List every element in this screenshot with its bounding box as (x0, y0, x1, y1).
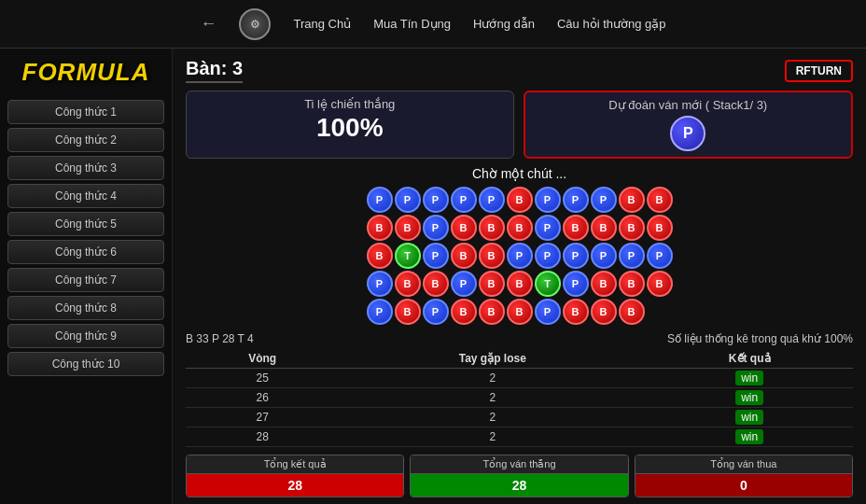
sum-thang-label: Tổng ván thắng (411, 455, 627, 474)
bead-cell: T (535, 271, 561, 297)
sidebar-btn-4[interactable]: Công thức 4 (7, 184, 164, 208)
bead-cell: P (423, 243, 449, 269)
bead-cell: P (591, 243, 617, 269)
sidebar: FORMULA Công thức 1 Công thức 2 Công thứ… (0, 49, 173, 504)
cell-result: win (646, 408, 853, 427)
bead-cell: B (395, 215, 421, 241)
bead-cell: B (479, 271, 505, 297)
table-row: 272win (186, 408, 853, 427)
summary-section: Tổng kết quả 28 Tổng ván thắng 28 Tổng v… (186, 455, 853, 497)
bead-cell: P (591, 187, 617, 213)
bead-cell: B (479, 299, 505, 325)
data-table: Vòng Tay gặp lose Kết quả 252win262win27… (186, 349, 853, 447)
bead-cell: B (619, 299, 645, 325)
sidebar-btn-5[interactable]: Công thức 5 (7, 212, 164, 236)
stats-bpt: B 33 P 28 T 4 (186, 332, 254, 345)
stats-row: B 33 P 28 T 4 Số liệu thống kê trong quá… (186, 332, 853, 345)
table-row: 282win (186, 427, 853, 447)
nav-buy[interactable]: Mua Tín Dụng (373, 17, 451, 31)
bead-cell: B (507, 215, 533, 241)
table-row: 262win (186, 388, 853, 408)
nav-home[interactable]: Trang Chủ (293, 17, 351, 31)
table-row: 252win (186, 369, 853, 388)
win-rate-section: Ti lệ chiến thắng 100% Dự đoán ván mới (… (186, 91, 853, 159)
bead-cell: B (563, 299, 589, 325)
sum-thang-value: 28 (411, 474, 627, 497)
sidebar-btn-7[interactable]: Công thức 7 (7, 268, 164, 292)
top-navigation: ← ⚙ Trang Chủ Mua Tín Dụng Hướng dẫn Câu… (0, 0, 866, 49)
bead-cell: P (647, 243, 673, 269)
bead-cell: B (619, 187, 645, 213)
bead-cell: P (619, 243, 645, 269)
bead-cell: P (423, 299, 449, 325)
cell-result: win (646, 427, 853, 447)
cell-vong: 26 (186, 388, 339, 408)
bead-cell (647, 299, 673, 325)
bead-cell: P (367, 299, 393, 325)
ban-title: Bàn: 3 (186, 58, 243, 83)
sum-thua-box: Tổng ván thua 0 (635, 455, 853, 497)
bead-cell: T (395, 243, 421, 269)
bead-cell: P (507, 243, 533, 269)
main-layout: FORMULA Công thức 1 Công thức 2 Công thứ… (0, 49, 866, 504)
bead-cell: B (423, 271, 449, 297)
cell-vong: 28 (186, 427, 339, 447)
bead-cell: P (451, 187, 477, 213)
bead-cell: B (591, 215, 617, 241)
bead-cell: B (367, 215, 393, 241)
sidebar-btn-3[interactable]: Công thức 3 (7, 156, 164, 180)
back-arrow-icon[interactable]: ← (200, 14, 216, 34)
sum-thua-value: 0 (636, 474, 852, 497)
nav-faq[interactable]: Câu hỏi thường gặp (557, 17, 666, 31)
col-vong: Vòng (186, 349, 339, 369)
bead-cell: B (619, 271, 645, 297)
nav-guide[interactable]: Hướng dẫn (473, 17, 535, 31)
bead-cell: B (395, 271, 421, 297)
sidebar-btn-6[interactable]: Công thức 6 (7, 240, 164, 264)
bead-cell: P (367, 271, 393, 297)
bead-cell: B (507, 299, 533, 325)
bead-cell: B (367, 243, 393, 269)
bead-cell: P (535, 187, 561, 213)
bead-cell: B (647, 215, 673, 241)
sidebar-btn-2[interactable]: Công thức 2 (7, 128, 164, 152)
sidebar-btn-1[interactable]: Công thức 1 (7, 100, 164, 124)
sidebar-btn-9[interactable]: Công thức 9 (7, 324, 164, 348)
cell-result: win (646, 369, 853, 388)
predict-value: P (670, 116, 705, 151)
predict-box: Dự đoán ván mới ( Stack1/ 3) P (524, 91, 854, 159)
sidebar-btn-8[interactable]: Công thức 8 (7, 296, 164, 320)
sum-kq-value: 28 (187, 474, 403, 497)
cell-vong: 25 (186, 369, 339, 388)
bead-cell: P (535, 215, 561, 241)
sum-kq-label: Tổng kết quả (187, 455, 403, 474)
bead-cell: P (563, 271, 589, 297)
sidebar-btn-10[interactable]: Công thức 10 (7, 352, 164, 376)
bead-cell: P (367, 187, 393, 213)
cell-tay: 2 (339, 388, 646, 408)
bead-cell: P (479, 187, 505, 213)
sum-kq-box: Tổng kết quả 28 (186, 455, 404, 497)
win-rate-value: 100% (196, 113, 504, 143)
col-tay: Tay gặp lose (339, 349, 646, 369)
bead-cell: P (563, 187, 589, 213)
cell-tay: 2 (339, 369, 646, 388)
bead-cell: B (647, 271, 673, 297)
bead-cell: B (395, 299, 421, 325)
sum-thua-label: Tổng ván thua (636, 455, 852, 474)
bead-cell: B (451, 215, 477, 241)
bead-cell: B (619, 215, 645, 241)
col-result: Kết quả (646, 349, 853, 369)
cell-tay: 2 (339, 408, 646, 427)
return-button[interactable]: RFTURN (785, 60, 853, 82)
brand-logo: FORMULA (7, 58, 164, 87)
bead-cell: B (507, 271, 533, 297)
bead-grid: PPPPPBPPPBBBBPBBBPBBBBBTPBBPPPPPPPBBPBBT… (186, 187, 853, 325)
bead-cell: B (451, 243, 477, 269)
content-area: Bàn: 3 RFTURN Ti lệ chiến thắng 100% Dự … (173, 49, 866, 504)
sum-thang-box: Tổng ván thắng 28 (410, 455, 628, 497)
bead-cell: P (423, 187, 449, 213)
win-rate-box: Ti lệ chiến thắng 100% (186, 91, 514, 159)
cell-tay: 2 (339, 427, 646, 447)
bead-cell: P (451, 271, 477, 297)
